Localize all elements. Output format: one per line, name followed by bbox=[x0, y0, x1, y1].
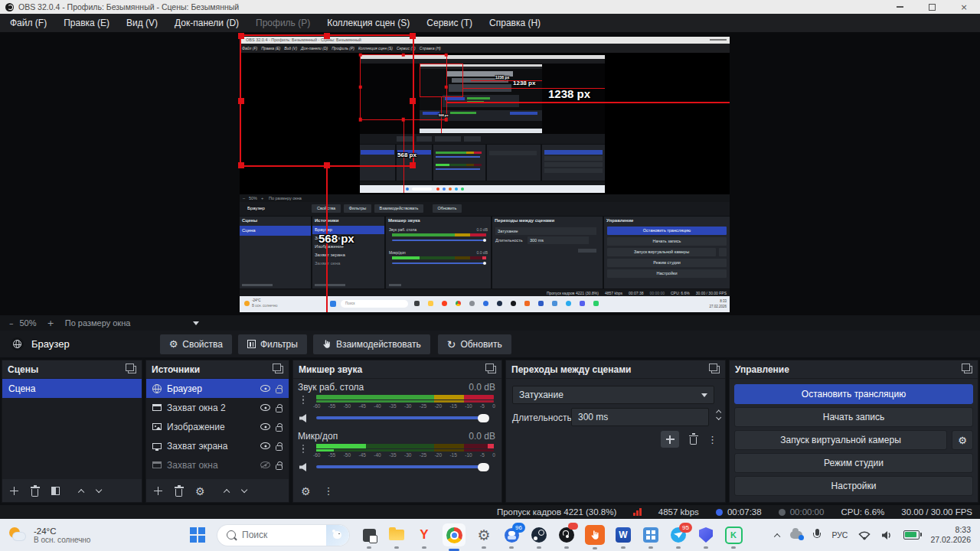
menu-item-2[interactable]: Вид (V) bbox=[118, 14, 166, 32]
obs-app-button[interactable] bbox=[557, 526, 576, 544]
remove-scene-icon[interactable] bbox=[31, 489, 38, 497]
settings-button[interactable]: Настройки bbox=[734, 476, 973, 496]
kaspersky-button[interactable]: K bbox=[724, 526, 743, 544]
word-button[interactable]: W bbox=[614, 526, 632, 544]
speaker-icon[interactable] bbox=[299, 414, 309, 422]
wifi-icon[interactable] bbox=[858, 530, 871, 540]
volume-icon[interactable] bbox=[881, 530, 893, 540]
transitions-header[interactable]: Переходы между сценами bbox=[506, 360, 725, 379]
menu-item-3[interactable]: Док-панели (D) bbox=[166, 14, 247, 32]
virtual-camera-config-button[interactable]: ⚙ bbox=[952, 430, 973, 450]
volume-slider[interactable] bbox=[316, 416, 488, 419]
visibility-off-icon[interactable] bbox=[260, 461, 270, 468]
menu-item-5[interactable]: Коллекция сцен (S) bbox=[318, 14, 418, 32]
lock-icon[interactable] bbox=[276, 388, 283, 393]
popout-icon[interactable] bbox=[488, 366, 496, 373]
tray-expand-icon[interactable] bbox=[774, 533, 781, 540]
source-row[interactable]: Захват экрана bbox=[146, 436, 289, 455]
source-row[interactable]: Захват окна bbox=[146, 455, 289, 474]
task-view-button[interactable] bbox=[360, 526, 378, 544]
interact-button[interactable]: Взаимодействовать bbox=[313, 334, 430, 354]
zoom-in-button[interactable]: + bbox=[37, 318, 65, 328]
popout-icon[interactable] bbox=[128, 366, 136, 373]
menu-item-6[interactable]: Сервис (T) bbox=[418, 14, 481, 32]
duration-spinner[interactable] bbox=[717, 408, 720, 420]
lock-icon[interactable] bbox=[276, 426, 283, 432]
filters-button[interactable]: Фильтры bbox=[238, 334, 307, 354]
source-row[interactable]: Браузер bbox=[146, 379, 289, 398]
sources-list[interactable]: Браузер Захват окна 2 Изображение bbox=[146, 379, 289, 479]
start-button[interactable] bbox=[188, 526, 207, 544]
mixer-header[interactable]: Микшер звука bbox=[293, 360, 501, 379]
sources-header[interactable]: Источники bbox=[146, 360, 289, 379]
remove-transition-icon[interactable] bbox=[690, 437, 697, 445]
spin-down-icon[interactable] bbox=[716, 415, 722, 421]
lock-icon[interactable] bbox=[276, 445, 283, 451]
clock[interactable]: 8:33 27.02.2026 bbox=[930, 525, 971, 545]
zoom-fit-caret-icon[interactable] bbox=[193, 321, 199, 325]
transition-menu-icon[interactable]: ⋮ bbox=[707, 435, 717, 445]
microsoft-app-button[interactable] bbox=[642, 526, 660, 544]
menu-item-1[interactable]: Правка (E) bbox=[55, 14, 118, 32]
menu-item-7[interactable]: Справка (H) bbox=[481, 14, 549, 32]
visibility-icon[interactable] bbox=[260, 442, 270, 449]
source-row[interactable]: Захват окна 2 bbox=[146, 398, 289, 417]
mixer-menu-icon[interactable]: ⋮ bbox=[324, 486, 334, 496]
minimize-button[interactable] bbox=[884, 0, 916, 14]
transition-select[interactable]: Затухание bbox=[512, 386, 714, 404]
virtual-camera-button[interactable]: Запуск виртуальной камеры bbox=[734, 430, 947, 450]
weather-widget[interactable]: -24°C В осн. солнечно bbox=[0, 526, 184, 544]
source-row[interactable]: Изображение bbox=[146, 417, 289, 436]
volume-slider-thumb[interactable] bbox=[478, 414, 489, 422]
scenes-list[interactable]: Сцена bbox=[2, 379, 142, 479]
source-properties-icon[interactable]: ⚙ bbox=[195, 486, 205, 497]
move-source-up-icon[interactable] bbox=[223, 489, 230, 496]
scene-row[interactable]: Сцена bbox=[2, 379, 142, 398]
studio-mode-button[interactable]: Режим студии bbox=[734, 453, 973, 473]
menu-item-4[interactable]: Профиль (P) bbox=[247, 14, 318, 32]
lock-icon[interactable] bbox=[276, 465, 283, 470]
zoom-out-button[interactable]: – bbox=[0, 318, 20, 328]
volume-slider-thumb[interactable] bbox=[478, 463, 489, 471]
refresh-button[interactable]: ↻ Обновить bbox=[438, 334, 511, 354]
preview-area[interactable]: OBS 32.0.4 - Профиль: Безымянный - Сцены… bbox=[0, 32, 980, 315]
start-recording-button[interactable]: Начать запись bbox=[734, 407, 973, 427]
properties-button[interactable]: ⚙ Свойства bbox=[160, 334, 232, 354]
channel-grip-icon[interactable] bbox=[302, 445, 304, 453]
visibility-icon[interactable] bbox=[260, 385, 270, 392]
scenes-header[interactable]: Сцены bbox=[2, 360, 142, 379]
controls-header[interactable]: Управление bbox=[730, 360, 978, 379]
add-scene-icon[interactable] bbox=[10, 487, 18, 495]
chat-app-button[interactable]: 96 bbox=[502, 526, 521, 544]
move-source-down-icon[interactable] bbox=[240, 487, 247, 494]
preview-canvas[interactable]: OBS 32.0.4 - Профиль: Безымянный - Сцены… bbox=[240, 37, 730, 312]
advanced-audio-icon[interactable]: ⚙ bbox=[301, 486, 311, 497]
pointer-app-button[interactable] bbox=[585, 525, 605, 545]
steam-button[interactable] bbox=[530, 526, 548, 544]
add-transition-button[interactable] bbox=[661, 431, 679, 448]
telegram-button[interactable]: 95 bbox=[669, 526, 688, 544]
battery-icon[interactable] bbox=[903, 530, 920, 540]
language-indicator[interactable]: РУС bbox=[831, 530, 848, 540]
move-scene-up-icon[interactable] bbox=[78, 489, 85, 496]
volume-slider[interactable] bbox=[316, 465, 488, 468]
cloud-icon[interactable] bbox=[790, 531, 802, 539]
close-button[interactable]: × bbox=[948, 0, 980, 14]
settings-app-button[interactable]: ⚙ bbox=[475, 526, 493, 544]
scene-filters-icon[interactable] bbox=[51, 487, 60, 495]
yandex-browser-button[interactable]: Y bbox=[415, 526, 433, 544]
popout-icon[interactable] bbox=[964, 366, 972, 373]
remove-source-icon[interactable] bbox=[175, 489, 182, 497]
channel-grip-icon[interactable] bbox=[302, 396, 304, 404]
microphone-icon[interactable] bbox=[813, 529, 821, 541]
restore-button[interactable] bbox=[916, 0, 948, 14]
popout-icon[interactable] bbox=[711, 366, 720, 373]
duration-input[interactable]: 300 ms bbox=[571, 408, 709, 426]
speaker-icon[interactable] bbox=[299, 463, 309, 471]
search-box[interactable]: Поиск bbox=[217, 525, 349, 546]
move-scene-down-icon[interactable] bbox=[96, 487, 103, 494]
security-app-button[interactable] bbox=[697, 526, 715, 544]
zoom-fit-select[interactable]: По размеру окна bbox=[65, 318, 131, 328]
visibility-icon[interactable] bbox=[260, 404, 270, 411]
popout-icon[interactable] bbox=[275, 366, 283, 373]
